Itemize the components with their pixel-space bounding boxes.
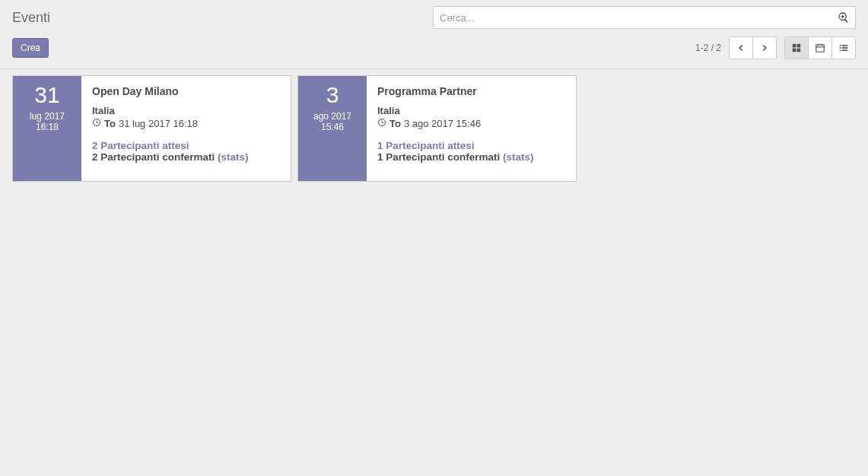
stats-link[interactable]: (stats) [503,151,534,163]
event-country: Italia [377,105,565,116]
confirmed-participants: 1 Partecipanti confermati [377,151,503,163]
svg-rect-9 [842,45,848,46]
next-page-button[interactable] [752,36,777,59]
event-month: ago 2017 [313,111,351,122]
to-label: To [104,118,116,129]
svg-rect-11 [842,47,848,49]
pager-buttons [729,36,777,59]
event-date-block: 3 ago 2017 15:46 [298,76,367,181]
to-value: 3 ago 2017 15:46 [404,118,481,129]
event-body: Programma Partner Italia To 3 ago 2017 1… [367,76,576,181]
event-body: Open Day Milano Italia To 31 lug 2017 16… [81,76,291,181]
create-button[interactable]: Crea [12,38,49,58]
event-end-date: To 3 ago 2017 15:46 [377,118,565,129]
svg-rect-3 [797,49,801,52]
svg-rect-2 [793,49,796,52]
svg-rect-1 [797,44,801,48]
to-label: To [389,118,401,129]
events-container: 31 lug 2017 16:18 Open Day Milano Italia… [0,69,868,188]
svg-rect-8 [840,45,841,46]
event-time: 16:18 [36,122,59,132]
event-month: lug 2017 [30,111,65,122]
event-card[interactable]: 3 ago 2017 15:46 Programma Partner Itali… [297,75,577,182]
svg-rect-4 [816,45,825,52]
event-end-date: To 31 lug 2017 16:18 [92,118,280,129]
view-switcher [784,36,856,59]
search-container [433,6,856,29]
search-input[interactable] [433,6,856,29]
confirmed-participants: 2 Partecipanti confermati [92,151,218,163]
event-title: Open Day Milano [92,85,280,97]
svg-rect-12 [840,49,841,51]
page-title: Eventi [12,10,50,26]
svg-rect-13 [842,49,848,51]
event-date-block: 31 lug 2017 16:18 [13,76,81,181]
pager-text: 1-2 / 2 [695,43,721,53]
clock-icon [92,118,101,129]
event-day: 31 [34,84,59,106]
confirmed-participants-row: 2 Partecipanti confermati (stats) [92,151,280,163]
prev-page-button[interactable] [729,36,753,59]
calendar-view-button[interactable] [808,36,832,59]
event-day: 3 [326,84,339,106]
confirmed-participants-row: 1 Partecipanti confermati (stats) [377,151,565,163]
to-value: 31 lug 2017 16:18 [119,118,198,129]
expected-participants[interactable]: 1 Partecipanti attesi [377,140,565,151]
clock-icon [377,118,386,129]
event-title: Programma Partner [377,85,565,97]
expected-participants[interactable]: 2 Partecipanti attesi [92,140,280,151]
svg-rect-10 [840,47,841,49]
stats-link[interactable]: (stats) [218,151,249,163]
kanban-view-button[interactable] [784,36,809,59]
event-country: Italia [92,105,280,116]
event-time: 15:46 [321,122,344,132]
svg-rect-0 [793,44,796,48]
list-view-button[interactable] [831,36,856,59]
event-card[interactable]: 31 lug 2017 16:18 Open Day Milano Italia… [12,75,291,182]
search-plus-icon[interactable] [838,11,850,24]
